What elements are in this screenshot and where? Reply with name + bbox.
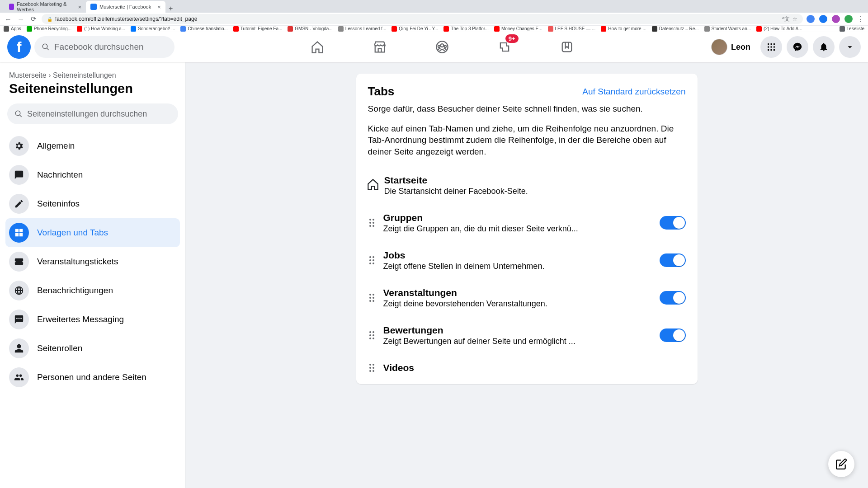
drag-handle-icon[interactable] — [368, 256, 376, 264]
bookmark-item[interactable]: How to get more ... — [601, 26, 646, 32]
back-button[interactable]: ← — [4, 15, 13, 23]
sidebar-item-templates-tabs[interactable]: Vorlagen und Tabs — [5, 218, 180, 247]
toggle-switch[interactable] — [660, 216, 686, 230]
tab-row[interactable]: Veranstaltungen Zeigt deine bevorstehend… — [368, 279, 686, 317]
svg-point-8 — [770, 43, 772, 45]
extension-icon[interactable] — [832, 15, 840, 23]
forward-button[interactable]: → — [16, 15, 25, 23]
svg-point-13 — [768, 49, 769, 51]
tab-row[interactable]: Bewertungen Zeigt Bewertungen auf deiner… — [368, 317, 686, 354]
menu-icon[interactable]: ⋮ — [857, 15, 864, 23]
favicon — [90, 4, 97, 10]
compose-fab[interactable] — [828, 451, 854, 477]
sidebar-item-pageinfo[interactable]: Seiteninfos — [5, 189, 180, 218]
nav-groups[interactable] — [413, 33, 472, 61]
bookmark-item[interactable]: Student Wants an... — [704, 26, 751, 32]
svg-point-3 — [440, 44, 443, 47]
nav-bookmarks[interactable] — [538, 33, 596, 61]
menu-button[interactable] — [760, 36, 782, 58]
toggle-switch[interactable] — [660, 253, 686, 267]
bookmark-item[interactable]: LEE'S HOUSE — ... — [548, 26, 596, 32]
sidebar-search-input[interactable]: Seiteneinstellungen durchsuchen — [7, 103, 178, 124]
ticket-icon — [9, 252, 29, 272]
sidebar-item-label: Seitenrollen — [37, 343, 82, 353]
tab-row[interactable]: Gruppen Zeigt die Gruppen an, die du mit… — [368, 204, 686, 242]
search-input[interactable]: Facebook durchsuchen — [34, 36, 175, 58]
bookmark-item[interactable]: Tutorial: Eigene Fa... — [233, 26, 282, 32]
bookmark-item[interactable]: (2) How To Add A... — [756, 26, 802, 32]
sidebar-item-notifications[interactable]: Benachrichtigungen — [5, 276, 180, 305]
bookmark-item[interactable]: The Top 3 Platfor... — [443, 26, 489, 32]
sidebar-item-label: Nachrichten — [37, 170, 83, 180]
drag-handle-icon[interactable] — [368, 294, 376, 302]
close-tab-icon[interactable]: × — [157, 4, 161, 10]
tabs-card: Tabs Auf Standard zurücksetzen Sorge daf… — [356, 74, 698, 384]
browser-tab[interactable]: Facebook Marketing & Werbes × — [5, 1, 86, 13]
search-icon — [42, 43, 50, 51]
profile-avatar-icon[interactable] — [844, 15, 853, 23]
sidebar-item-label: Seiteninfos — [37, 199, 80, 209]
sidebar-item-general[interactable]: Allgemein — [5, 131, 180, 160]
notifications-button[interactable] — [813, 36, 835, 58]
browser-tab-active[interactable]: Musterseite | Facebook × — [86, 1, 165, 13]
bookmark-item[interactable]: Money Changes E... — [494, 26, 542, 32]
drag-handle-icon[interactable] — [368, 331, 376, 339]
new-tab-button[interactable]: + — [165, 5, 176, 13]
svg-rect-19 — [19, 229, 23, 232]
toggle-switch[interactable] — [660, 328, 686, 342]
bookmark-item[interactable]: Phone Recycling... — [27, 26, 71, 32]
sidebar-item-event-tickets[interactable]: Veranstaltungstickets — [5, 247, 180, 276]
bookmark-apps[interactable]: Apps — [4, 26, 21, 32]
svg-point-11 — [770, 46, 772, 48]
notification-badge: 9+ — [505, 34, 519, 43]
sidebar-item-messages[interactable]: Nachrichten — [5, 160, 180, 189]
person-icon — [9, 338, 29, 358]
nav-home[interactable] — [288, 33, 347, 61]
extension-icon[interactable] — [819, 15, 827, 23]
favicon — [9, 4, 14, 10]
bookmark-item[interactable]: Datenschutz – Re... — [652, 26, 699, 32]
tab-row[interactable]: Jobs Zeigt offene Stellen in deinem Unte… — [368, 242, 686, 279]
right-nav: Leon — [709, 36, 861, 58]
grid-icon — [766, 42, 776, 52]
sidebar-item-label: Vorlagen und Tabs — [37, 228, 108, 238]
breadcrumb-root[interactable]: Musterseite — [9, 71, 47, 79]
url-field[interactable]: 🔒 facebook.com/offiziellemusterseite/set… — [42, 14, 803, 24]
card-description: Sorge dafür, dass Besucher deiner Seite … — [368, 103, 686, 158]
extension-icon[interactable] — [807, 15, 815, 23]
tab-row[interactable]: Videos — [368, 354, 686, 373]
facebook-topnav: f Facebook durchsuchen 9+ Leon — [0, 32, 868, 62]
nav-gaming[interactable]: 9+ — [475, 33, 534, 61]
messenger-button[interactable] — [787, 36, 808, 58]
reading-list[interactable]: Leseliste — [840, 26, 864, 32]
toggle-switch[interactable] — [660, 291, 686, 305]
account-dropdown[interactable] — [839, 36, 861, 58]
nav-marketplace[interactable] — [350, 33, 409, 61]
bookmark-item[interactable]: (1) How Working a... — [77, 26, 125, 32]
profile-chip[interactable]: Leon — [709, 37, 756, 57]
bookmark-item[interactable]: Chinese translatio... — [180, 26, 227, 32]
search-icon — [14, 110, 23, 118]
gear-icon — [9, 136, 29, 156]
bookmark-item[interactable]: GMSN - Vologda... — [288, 26, 332, 32]
drag-handle-icon[interactable] — [368, 364, 376, 372]
bookmark-collection-icon — [560, 40, 574, 54]
close-tab-icon[interactable]: × — [78, 4, 81, 10]
sidebar-item-advanced-messaging[interactable]: Erweitertes Messaging — [5, 305, 180, 334]
translate-icon[interactable]: ᴬ文 — [782, 15, 790, 23]
bookmark-item[interactable]: Lessons Learned f... — [338, 26, 387, 32]
bookmark-item[interactable]: Sonderangebot! ... — [131, 26, 175, 32]
content: Musterseite › Seiteneinstellungen Seiten… — [0, 62, 868, 488]
reset-default-link[interactable]: Auf Standard zurücksetzen — [582, 87, 685, 97]
facebook-logo[interactable]: f — [7, 35, 31, 59]
main-panel: Tabs Auf Standard zurücksetzen Sorge daf… — [185, 62, 868, 488]
sidebar-item-page-roles[interactable]: Seitenrollen — [5, 334, 180, 363]
bookmark-item[interactable]: Qing Fei De Yi - Y... — [392, 26, 438, 32]
tab-name: Videos — [383, 362, 686, 373]
sidebar-item-people-pages[interactable]: Personen und andere Seiten — [5, 363, 180, 392]
chat-dots-icon — [9, 310, 29, 329]
reload-button[interactable]: ⟳ — [29, 15, 38, 23]
svg-line-1 — [47, 48, 49, 50]
star-icon[interactable]: ☆ — [793, 16, 797, 22]
drag-handle-icon[interactable] — [368, 219, 376, 227]
